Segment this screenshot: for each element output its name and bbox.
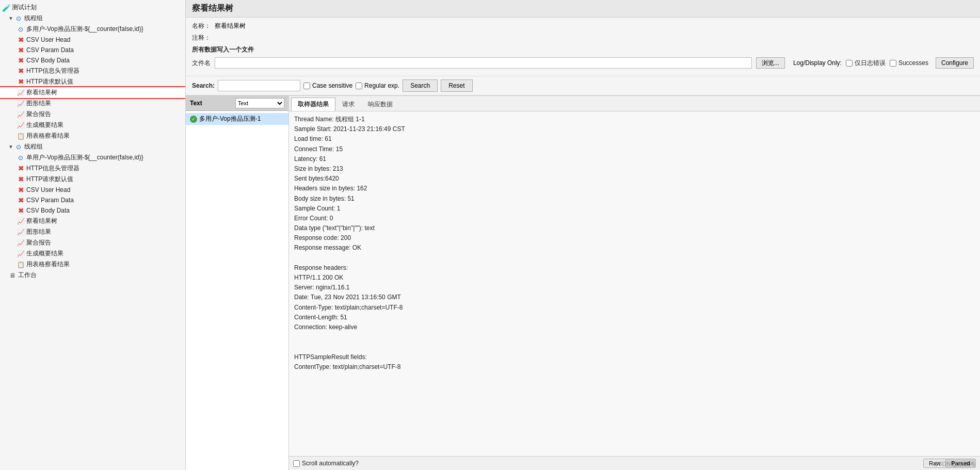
detail-line-12: Response code: 200 <box>294 233 975 243</box>
table-icon-2: 📋 <box>17 261 25 269</box>
search-input[interactable] <box>218 80 300 91</box>
detail-line-11: Data type ("text"|"bin"|""): text <box>294 223 975 233</box>
success-label: Successes <box>898 59 928 67</box>
main-panel: 察看结果树 名称： 察看结果树 注释： 所有数据写入一个文件 文件名 浏览...… <box>186 0 980 470</box>
sidebar-item-csv-body-data2[interactable]: ✖ CSV Body Data <box>0 205 185 216</box>
scroll-auto-checkbox[interactable] <box>293 460 300 467</box>
x-icon-6: ✖ <box>17 165 25 173</box>
sidebar-item-view-tree2[interactable]: 📈 察看结果树 <box>0 216 185 226</box>
thread-icon-1: ⊙ <box>14 14 23 23</box>
sidebar-item-http-header-mgr[interactable]: ✖ HTTP信息头管理器 <box>0 66 185 76</box>
search-row: Search: Case sensitive Regular exp. Sear… <box>186 76 980 95</box>
sidebar-group2-label: 线程组 <box>24 142 43 151</box>
sidebar-item-csv-param-data2[interactable]: ✖ CSV Param Data <box>0 195 185 205</box>
chart-icon-6: 📈 <box>17 228 25 236</box>
detail-line-3: Connect Time: 15 <box>294 144 975 154</box>
text-format-dropdown[interactable]: Text RegExp Tester XPath Tester HTML JSO… <box>235 98 284 108</box>
sidebar-item-view-tree[interactable]: 📈 察看结果树 <box>0 87 185 98</box>
regex-group[interactable]: Regular exp. <box>356 82 399 89</box>
workbench-icon: 🖥 <box>8 271 17 280</box>
expand-icon-1: ▼ <box>8 15 13 21</box>
sidebar-item-table-view[interactable]: 📋 用表格察看结果 <box>0 131 185 141</box>
sidebar-item-csv-body-data[interactable]: ✖ CSV Body Data <box>0 55 185 66</box>
sidebar-item-workbench[interactable]: 🖥 工作台 <box>0 270 185 281</box>
sidebar-item-http-default2[interactable]: ✖ HTTP请求默认值 <box>0 174 185 185</box>
detail-content-area: Thread Name: 线程组 1-1 Sample Start: 2021-… <box>289 111 980 456</box>
sidebar-item-group2[interactable]: ▼ ⊙ 线程组 <box>0 141 185 152</box>
tab-request[interactable]: 请求 <box>335 98 361 111</box>
filename-row: 文件名 浏览... Log/Display Only: 仅日志错误 Succes… <box>192 57 974 69</box>
search-button[interactable]: Search <box>403 79 438 92</box>
sidebar-item-http-header-mgr2[interactable]: ✖ HTTP信息头管理器 <box>0 163 185 174</box>
scroll-auto-label[interactable]: Scroll automatically? <box>293 460 359 467</box>
error-checkbox[interactable] <box>846 60 853 67</box>
detail-line-23 <box>294 342 975 352</box>
reset-button[interactable]: Reset <box>441 79 472 92</box>
expand-icon-2: ▼ <box>8 144 13 150</box>
tab-response-data[interactable]: 响应数据 <box>361 98 399 111</box>
detail-line-1: Sample Start: 2021-11-23 21:16:49 CST <box>294 124 975 134</box>
detail-line-16: HTTP/1.1 200 OK <box>294 273 975 283</box>
regex-checkbox[interactable] <box>356 83 362 89</box>
name-row: 名称： 察看结果树 <box>192 22 974 30</box>
name-value: 察看结果树 <box>215 22 246 30</box>
sidebar-item-multiuser[interactable]: ⊙ 多用户-Vop推品压测-${__counter(false,id)} <box>0 24 185 35</box>
result-item-label: 多用户-Vop推品压测-1 <box>199 115 261 123</box>
sidebar-item-summary-result2[interactable]: 📈 生成概要结果 <box>0 248 185 259</box>
browse-button[interactable]: 浏览... <box>756 57 785 69</box>
x-icon-2: ✖ <box>17 46 25 54</box>
x-icon-8: ✖ <box>17 186 25 194</box>
detail-line-22 <box>294 332 975 342</box>
sidebar-item-csv-user-head2[interactable]: ✖ CSV User Head <box>0 185 185 195</box>
case-sensitive-label: Case sensitive <box>312 82 352 89</box>
success-icon: ✓ <box>190 116 197 123</box>
sidebar-item-table-view2[interactable]: 📋 用表格察看结果 <box>0 259 185 270</box>
error-label: 仅日志错误 <box>855 59 886 68</box>
filename-input[interactable] <box>215 57 752 69</box>
filename-label: 文件名 <box>192 59 211 68</box>
sidebar-item-aggregate-report2[interactable]: 📈 聚合报告 <box>0 237 185 248</box>
detail-line-15: Response headers: <box>294 263 975 273</box>
success-checkbox[interactable] <box>890 60 896 67</box>
detail-line-8: Body size in bytes: 51 <box>294 194 975 204</box>
panel-header: 察看结果树 <box>186 0 980 18</box>
tab-sampler-result[interactable]: 取样器结果 <box>291 98 335 111</box>
case-sensitive-checkbox[interactable] <box>303 83 310 89</box>
result-item-1[interactable]: ✓ 多用户-Vop推品压测-1 <box>186 113 288 125</box>
sidebar-item-summary-result[interactable]: 📈 生成概要结果 <box>0 120 185 131</box>
sidebar-item-root[interactable]: 🧪 测试计划 <box>0 2 185 13</box>
detail-line-0: Thread Name: 线程组 1-1 <box>294 115 975 124</box>
comment-label: 注释： <box>192 34 211 42</box>
chart-icon-1: 📈 <box>17 89 25 97</box>
detail-line-9: Sample Count: 1 <box>294 204 975 214</box>
error-checkbox-group[interactable]: 仅日志错误 <box>846 59 886 68</box>
detail-line-14 <box>294 253 975 263</box>
detail-line-24: HTTPSampleResult fields: <box>294 352 975 362</box>
x-icon-9: ✖ <box>17 196 25 204</box>
x-icon-1: ✖ <box>17 36 25 44</box>
sidebar-item-http-default[interactable]: ✖ HTTP请求默认值 <box>0 76 185 87</box>
sidebar-item-graph-result2[interactable]: 📈 图形结果 <box>0 226 185 237</box>
detail-line-10: Error Count: 0 <box>294 214 975 223</box>
sidebar-item-csv-user-head[interactable]: ✖ CSV User Head <box>0 35 185 45</box>
chart-icon-8: 📈 <box>17 250 25 258</box>
name-label: 名称： <box>192 22 211 30</box>
search-label: Search: <box>192 82 215 89</box>
tree-pane-header: Text Text RegExp Tester XPath Tester HTM… <box>186 96 288 111</box>
x-icon-10: ✖ <box>17 206 25 215</box>
sidebar-item-singleuser[interactable]: ⊙ 单用户-Vop推品压测-${__counter(false,id)} <box>0 152 185 163</box>
multiuser-label: 多用户-Vop推品压测-${__counter(false,id)} <box>26 25 143 34</box>
detail-line-2: Load time: 61 <box>294 134 975 144</box>
table-icon-1: 📋 <box>17 132 25 140</box>
thread-child-icon-2: ⊙ <box>17 154 25 162</box>
sidebar-item-graph-result[interactable]: 📈 图形结果 <box>0 98 185 109</box>
success-checkbox-group[interactable]: Successes <box>890 59 928 67</box>
sidebar-item-aggregate-report[interactable]: 📈 聚合报告 <box>0 109 185 120</box>
tree-pane-label: Text <box>190 100 202 107</box>
sidebar-item-csv-param-data[interactable]: ✖ CSV Param Data <box>0 45 185 55</box>
case-sensitive-group[interactable]: Case sensitive <box>303 82 352 89</box>
configure-button[interactable]: Configure <box>936 57 974 69</box>
thread-icon-2: ⊙ <box>14 143 23 151</box>
detail-line-5: Size in bytes: 213 <box>294 164 975 174</box>
sidebar-item-group1[interactable]: ▼ ⊙ 线程组 <box>0 13 185 24</box>
